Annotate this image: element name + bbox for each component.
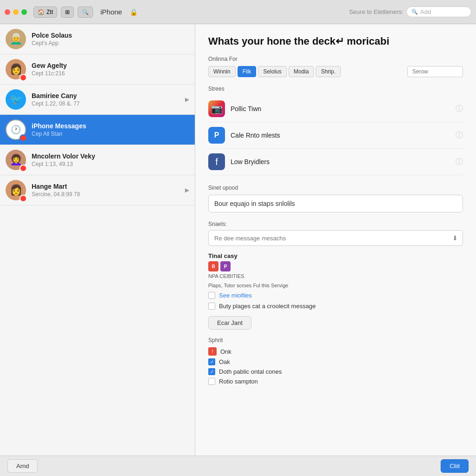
info-icon: ⓘ (456, 104, 463, 114)
stores-label: Strees (208, 86, 463, 92)
sidebar-item-hange-mart[interactable]: 👩 Hange Mart Sercine, 04.8:99 78 ▶ (0, 175, 195, 205)
parking-icon: P (208, 127, 225, 144)
home-button[interactable]: 🏠 Ztt (33, 7, 57, 18)
store-item-facebook[interactable]: f Low Bryidlers ⓘ (208, 149, 463, 175)
item-info: Bamiriee Cany Cept 1.22, 08 &. 77 (32, 92, 179, 107)
item-subtitle: Sercine, 04.8:99 78 (32, 191, 179, 198)
sidebar-item-bamiriee-cany[interactable]: 🐦 Bamiriee Cany Cept 1.22, 08 &. 77 ▶ (0, 85, 195, 115)
sphrit-checkbox-oak[interactable]: ✓ (208, 358, 215, 365)
grid-icon: ⊞ (65, 9, 70, 15)
store-name: Pollic Tiwn (231, 105, 450, 112)
item-title: Hange Mart (32, 183, 179, 190)
sphrit-item-label: Doth pablic ontal cones (219, 368, 282, 375)
arnd-button[interactable]: Arnd (7, 459, 38, 473)
sidebar: 👨‍🦳 Polce Solaus Cept's App 👩 Gew Agelty… (0, 24, 195, 456)
sidebar-item-iphone-messages[interactable]: 🕐 iPhone Messages Cep All Stan (0, 115, 195, 145)
item-subtitle: Cept 1:13, 49.13 (32, 161, 189, 167)
sphrit-item-label: Rotio sampton (219, 378, 258, 385)
panel-title: Whats your hone the deck↵ moricabi (208, 35, 463, 47)
item-info: Polce Solaus Cept's App (32, 32, 189, 46)
avatar-twitter: 🐦 (6, 89, 26, 110)
close-button[interactable] (5, 9, 10, 15)
item-info: iPhone Messages Cep All Stan (32, 122, 189, 137)
item-title: Mncolern Volor Veky (32, 152, 189, 160)
checkbox-row-1: See miofiles (208, 292, 463, 299)
item-title: Gew Agelty (32, 62, 189, 69)
main-input[interactable] (208, 195, 463, 212)
tab-shrip[interactable]: Shrip. (316, 66, 340, 77)
notification-badge (20, 165, 27, 172)
input-label: Sinet upood (208, 185, 463, 191)
sphrit-item-rotio: Rotio sampton (208, 378, 463, 385)
filter-tabs: Winnin Filk Selolus Modia Shrip. (208, 66, 463, 77)
store-item-instagram[interactable]: 📷 Pollic Tiwn ⓘ (208, 96, 463, 122)
checkbox-1-label: See miofiles (219, 292, 252, 299)
cliit-button[interactable]: Cliit (441, 459, 469, 473)
sidebar-item-mncolern-volor[interactable]: 👩‍🦱 Mncolern Volor Veky Cept 1:13, 49.13 (0, 145, 195, 175)
filter-search-input[interactable] (407, 66, 463, 77)
search-button[interactable]: 🔍 (78, 7, 93, 18)
tinal-badges: R P (208, 261, 463, 271)
maximize-button[interactable] (21, 9, 27, 15)
store-item-parking[interactable]: P Cale Rnto mlests ⓘ (208, 122, 463, 149)
search-add-label: Add (420, 8, 431, 15)
sphrit-checkbox-rotio[interactable] (208, 378, 215, 385)
title-bar: 🏠 Ztt ⊞ 🔍 iPhone 🔒 Seure to Eletlieners:… (0, 0, 476, 24)
input-section: Sinet upood (208, 185, 463, 212)
sphrit-item-label: Oak (219, 358, 230, 365)
filter-section-label: Onlinna For (208, 56, 463, 62)
sidebar-item-gew-agelty[interactable]: 👩 Gew Agelty Cept 11c:216 (0, 54, 195, 85)
sphrit-item-oak: ✓ Oak (208, 358, 463, 365)
minimize-button[interactable] (13, 9, 19, 15)
magnify-icon: 🔍 (82, 9, 89, 15)
sphrit-label: Sphrit (208, 337, 463, 344)
details-section: Snaels: ⬇ (208, 221, 463, 246)
view-button[interactable]: ⊞ (61, 7, 74, 18)
bottom-bar: Arnd Cliit (0, 456, 476, 476)
tinal-section: Tinal casy R P NPA CEIBITIES Plaps, Toto… (208, 252, 463, 310)
home-icon: 🏠 (38, 9, 45, 15)
checkbox-2[interactable] (208, 303, 215, 310)
search-icon: 🔍 (411, 9, 418, 15)
tab-winnin[interactable]: Winnin (208, 66, 236, 77)
traffic-lights (5, 9, 27, 15)
item-title: iPhone Messages (32, 122, 189, 130)
search-label: Seure to Eletlieners: (349, 8, 403, 15)
stores-section: Strees 📷 Pollic Tiwn ⓘ P Cale Rnto mlest… (208, 86, 463, 175)
tab-selolus[interactable]: Selolus (258, 66, 286, 77)
tinal-description: Plaps, Totor scroes Ful this Servige (208, 283, 463, 288)
sphrit-item-label: Onk (220, 348, 231, 355)
sphrit-checkbox-doth[interactable]: ✓ (208, 368, 215, 375)
chevron-right-icon: ▶ (185, 96, 189, 103)
item-subtitle: Cep All Stan (32, 131, 189, 137)
notification-badge (20, 134, 27, 142)
main-layout: 👨‍🦳 Polce Solaus Cept's App 👩 Gew Agelty… (0, 24, 476, 456)
search-box[interactable]: 🔍 Add (406, 7, 471, 17)
right-panel: Whats your hone the deck↵ moricabi Onlin… (195, 24, 476, 456)
details-label: Snaels: (208, 221, 463, 227)
details-input[interactable] (209, 231, 448, 245)
info-icon: ⓘ (456, 131, 463, 140)
tinal-sublabel: NPA CEIBITIES (208, 273, 463, 279)
chevron-right-icon: ▶ (185, 187, 189, 193)
instagram-icon: 📷 (208, 100, 225, 117)
lock-icon: 🔒 (130, 8, 138, 16)
checkbox-row-2: Buty plages cat a croolecit message (208, 303, 463, 310)
ecar-button[interactable]: Ecar Jant (208, 316, 251, 330)
avatar: 👨‍🦳 (6, 29, 26, 49)
home-label: Ztt (46, 9, 53, 15)
checkbox-1[interactable] (208, 292, 215, 299)
sphrit-item-doth: ✓ Doth pablic ontal cones (208, 368, 463, 375)
item-title: Bamiriee Cany (32, 92, 179, 99)
store-name: Cale Rnto mlests (231, 132, 450, 139)
checkbox-2-label: Buty plages cat a croolecit message (219, 303, 316, 310)
tab-modia[interactable]: Modia (289, 66, 314, 77)
item-subtitle: Cept 11c:216 (32, 70, 189, 77)
tab-filk[interactable]: Filk (238, 66, 257, 77)
info-icon: ⓘ (456, 157, 463, 167)
item-info: Mncolern Volor Veky Cept 1:13, 49.13 (32, 152, 189, 167)
item-info: Hange Mart Sercine, 04.8:99 78 (32, 183, 179, 198)
sidebar-item-police-solaus[interactable]: 👨‍🦳 Polce Solaus Cept's App (0, 24, 195, 54)
search-area: Seure to Eletlieners: 🔍 Add (349, 7, 471, 17)
store-name: Low Bryidlers (231, 158, 450, 165)
